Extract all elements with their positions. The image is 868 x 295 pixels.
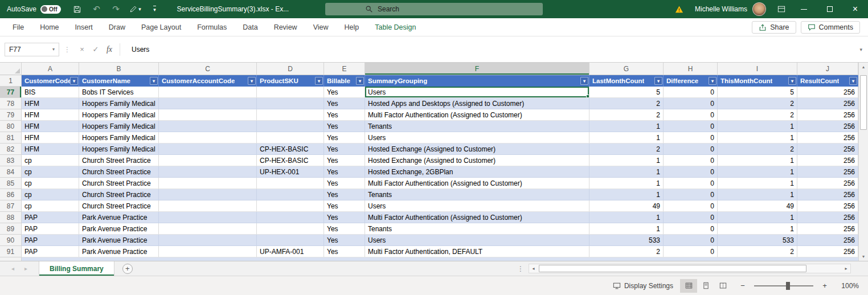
row-header-1[interactable]: 1 (0, 75, 22, 87)
minimize-button[interactable] (791, 0, 817, 18)
cell-A80[interactable]: HFM (22, 121, 79, 132)
table-header-cell-c[interactable]: CustomerAccountCode▾ (159, 75, 257, 87)
share-button[interactable]: Share (752, 21, 796, 34)
cell-J78[interactable]: 256 (797, 98, 858, 109)
row-header-91[interactable]: 91 (0, 246, 22, 257)
cell-D90[interactable] (257, 235, 324, 246)
row-header-80[interactable]: 80 (0, 121, 22, 132)
cell-H81[interactable]: 0 (664, 132, 718, 144)
cell-J80[interactable]: 256 (797, 121, 858, 132)
avatar[interactable] (752, 2, 766, 16)
cell-B86[interactable]: Church Street Practice (79, 189, 159, 200)
cell-D86[interactable] (257, 189, 324, 200)
cell-A88[interactable]: PAP (22, 212, 79, 223)
enter-button[interactable]: ✓ (89, 45, 103, 54)
cell-D87[interactable] (257, 200, 324, 212)
comments-button[interactable]: Comments (801, 21, 860, 34)
cell-A78[interactable]: HFM (22, 98, 79, 109)
cell-A86[interactable]: cp (22, 189, 79, 200)
cell-E91[interactable]: Yes (324, 246, 365, 257)
pen-tool-button[interactable]: ▾ (126, 0, 145, 18)
cell-H85[interactable]: 0 (664, 178, 718, 189)
row-header-84[interactable]: 84 (0, 166, 22, 178)
cell-H80[interactable]: 0 (664, 121, 718, 132)
cell-E80[interactable]: Yes (324, 121, 365, 132)
row-header-77[interactable]: 77 (0, 87, 22, 98)
account-button[interactable]: Michelle Williams (689, 2, 772, 16)
row-header-86[interactable]: 86 (0, 189, 22, 200)
row-header-87[interactable]: 87 (0, 200, 22, 212)
cell-G85[interactable]: 1 (589, 178, 664, 189)
cell-J77[interactable]: 256 (797, 87, 858, 98)
autosave-switch[interactable]: Off (40, 5, 60, 14)
cell-A84[interactable]: cp (22, 166, 79, 178)
column-header-b[interactable]: B (79, 63, 159, 75)
cell-H86[interactable]: 0 (664, 189, 718, 200)
cell-E87[interactable]: Yes (324, 200, 365, 212)
expand-formula-bar-icon[interactable]: ▾ (859, 47, 868, 52)
ribbon-tab-formulas[interactable]: Formulas (189, 18, 235, 36)
cell-J84[interactable]: 256 (797, 166, 858, 178)
cell-F85[interactable]: Multi Factor Authentication (Assigned to… (365, 178, 589, 189)
cell-G90[interactable]: 533 (589, 235, 664, 246)
cell-H82[interactable]: 0 (664, 144, 718, 155)
table-header-cell-g[interactable]: LastMonthCount▾ (589, 75, 664, 87)
table-header-cell-h[interactable]: Difference▾ (664, 75, 718, 87)
horizontal-scrollbar-track[interactable] (538, 264, 842, 273)
filter-dropdown-icon[interactable]: ▾ (248, 77, 256, 85)
cell-G89[interactable]: 1 (589, 223, 664, 235)
cell-C78[interactable] (159, 98, 257, 109)
table-header-cell-d[interactable]: ProductSKU▾ (257, 75, 324, 87)
cell-B85[interactable]: Church Street Practice (79, 178, 159, 189)
cell-J87[interactable]: 256 (797, 200, 858, 212)
cell-I87[interactable]: 49 (718, 200, 797, 212)
cell-I79[interactable]: 2 (718, 109, 797, 121)
cell-C89[interactable] (159, 223, 257, 235)
ribbon-tab-table-design[interactable]: Table Design (367, 18, 424, 36)
cell-B88[interactable]: Park Avenue Practice (79, 212, 159, 223)
cell-I86[interactable]: 1 (718, 189, 797, 200)
cell-H83[interactable]: 0 (664, 155, 718, 166)
table-header-cell-f[interactable]: SummaryGrouping▾ (365, 75, 589, 87)
cell-B83[interactable]: Church Street Practice (79, 155, 159, 166)
cell-F83[interactable]: Hosted Exchange (Assigned to Customer) (365, 155, 589, 166)
cell-E88[interactable]: Yes (324, 212, 365, 223)
column-header-h[interactable]: H (664, 63, 718, 75)
filter-dropdown-icon[interactable]: ▾ (709, 77, 716, 85)
column-header-d[interactable]: D (257, 63, 324, 75)
cell-H84[interactable]: 0 (664, 166, 718, 178)
cell-G83[interactable]: 1 (589, 155, 664, 166)
cell-H89[interactable]: 0 (664, 223, 718, 235)
cell-G91[interactable]: 2 (589, 246, 664, 257)
ribbon-tab-file[interactable]: File (5, 18, 32, 36)
filter-dropdown-icon[interactable]: ▾ (315, 77, 323, 85)
cell-J89[interactable]: 256 (797, 223, 858, 235)
cell-J79[interactable]: 256 (797, 109, 858, 121)
autosave-toggle[interactable]: AutoSave Off (0, 5, 68, 14)
cell-C85[interactable] (159, 178, 257, 189)
cell-C77[interactable] (159, 87, 257, 98)
maximize-button[interactable] (817, 0, 842, 18)
cell-G78[interactable]: 2 (589, 98, 664, 109)
cell-G88[interactable]: 1 (589, 212, 664, 223)
cell-E86[interactable]: Yes (324, 189, 365, 200)
cell-A91[interactable]: PAP (22, 246, 79, 257)
cell-H78[interactable]: 0 (664, 98, 718, 109)
ribbon-tab-draw[interactable]: Draw (101, 18, 133, 36)
row-header-82[interactable]: 82 (0, 144, 22, 155)
cell-I90[interactable]: 533 (718, 235, 797, 246)
cell-F82[interactable]: Hosted Exchange (Assigned to Customer) (365, 144, 589, 155)
cell-H90[interactable]: 0 (664, 235, 718, 246)
cell-H91[interactable]: 0 (664, 246, 718, 257)
cell-E82[interactable]: Yes (324, 144, 365, 155)
row-header-83[interactable]: 83 (0, 155, 22, 166)
cell-A77[interactable]: BIS (22, 87, 79, 98)
sheet-nav-right-icon[interactable]: ▸ (24, 265, 27, 272)
ribbon-tab-help[interactable]: Help (337, 18, 367, 36)
cell-G86[interactable]: 1 (589, 189, 664, 200)
cell-I80[interactable]: 1 (718, 121, 797, 132)
formula-input[interactable]: Users (132, 46, 859, 54)
cell-D83[interactable]: CP-HEX-BASIC (257, 155, 324, 166)
cell-F80[interactable]: Tenants (365, 121, 589, 132)
insert-function-button[interactable]: fx (103, 45, 116, 54)
